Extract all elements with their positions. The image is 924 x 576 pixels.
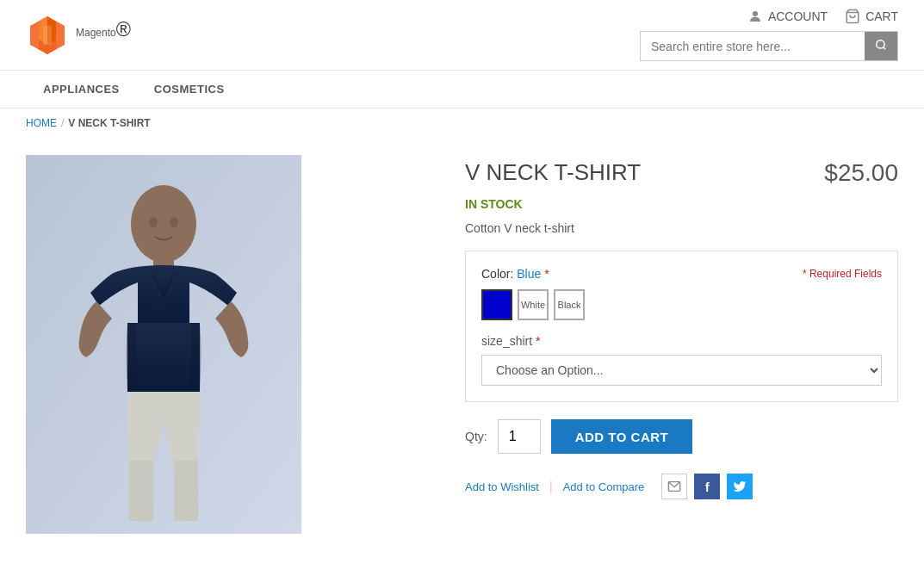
social-icons: f (661, 474, 753, 499)
add-to-wishlist-link[interactable]: Add to Wishlist (465, 480, 539, 493)
svg-text:T: T (157, 302, 161, 310)
size-section: size_shirt * Choose an Option... Small M… (481, 334, 882, 386)
size-label: size_shirt * (481, 334, 882, 348)
qty-label: Qty: (465, 430, 487, 443)
svg-rect-4 (43, 26, 52, 45)
add-to-cart-row: Qty: ADD TO CART (465, 415, 898, 454)
product-links: Add to Wishlist | Add to Compare f (465, 469, 898, 499)
color-option-header: Color: Blue * * Required Fields (481, 267, 882, 281)
cart-icon (845, 9, 860, 24)
twitter-share-icon[interactable] (727, 474, 753, 499)
stock-status: IN STOCK (465, 197, 898, 211)
header: Magento® ACCOUNT CART (0, 0, 924, 71)
svg-point-16 (170, 217, 178, 227)
color-selected-value: Blue (517, 267, 541, 281)
product-image-svg: T (26, 155, 301, 534)
breadcrumb: HOME / V NECK T-SHIRT (0, 108, 924, 138)
svg-point-5 (753, 11, 758, 16)
search-button[interactable] (865, 32, 897, 60)
size-required-mark: * (536, 334, 540, 348)
required-fields-label: * Required Fields (803, 268, 882, 280)
color-label: Color: (481, 267, 513, 281)
account-link[interactable]: ACCOUNT (747, 9, 828, 24)
options-box: Color: Blue * * Required Fields White Bl… (465, 251, 898, 402)
color-required-mark: * (544, 267, 549, 281)
svg-rect-13 (129, 461, 153, 521)
twitter-icon (733, 480, 747, 493)
search-icon (875, 39, 887, 51)
product-main-image: T (26, 155, 301, 534)
product-title: V NECK T-SHIRT (465, 159, 641, 186)
product-header: V NECK T-SHIRT $25.00 (465, 159, 898, 190)
account-label: ACCOUNT (768, 9, 828, 23)
header-actions: ACCOUNT CART (747, 9, 898, 24)
color-swatch-white-label: White (521, 300, 545, 310)
product-details: V NECK T-SHIRT $25.00 IN STOCK Cotton V … (465, 155, 898, 534)
breadcrumb-home[interactable]: HOME (26, 117, 57, 129)
color-swatch-blue[interactable] (481, 289, 512, 320)
header-right: ACCOUNT CART (640, 9, 898, 61)
magento-logo-icon (26, 14, 69, 57)
logo[interactable]: Magento® (26, 14, 131, 57)
link-separator: | (549, 480, 553, 493)
cart-link[interactable]: CART (845, 9, 898, 24)
add-to-cart-button[interactable]: ADD TO CART (551, 419, 693, 454)
color-swatch-black[interactable]: Black (554, 289, 585, 320)
facebook-icon-letter: f (705, 480, 710, 494)
color-section: Color: Blue * * Required Fields White Bl… (481, 267, 882, 320)
svg-rect-12 (127, 323, 200, 392)
product-page: T V NECK T-SHIRT $25.00 IN STOCK Cotton … (0, 138, 924, 551)
svg-rect-14 (174, 461, 198, 521)
size-select[interactable]: Choose an Option... Small Medium Large X… (481, 355, 882, 386)
color-swatch-white[interactable]: White (518, 289, 549, 320)
nav-item-cosmetics[interactable]: COSMETICS (137, 71, 242, 108)
color-swatches: White Black (481, 289, 882, 320)
search-bar (640, 31, 898, 61)
svg-point-7 (877, 40, 884, 48)
color-label-group: Color: Blue * (481, 267, 549, 281)
email-share-icon[interactable] (661, 474, 687, 499)
facebook-share-icon[interactable]: f (694, 474, 720, 499)
qty-input[interactable] (498, 419, 541, 454)
email-icon (667, 480, 681, 493)
cart-label: CART (865, 9, 898, 23)
svg-point-15 (149, 217, 158, 227)
breadcrumb-current: V NECK T-SHIRT (68, 117, 150, 129)
add-to-compare-link[interactable]: Add to Compare (563, 480, 645, 493)
logo-text: Magento® (76, 18, 131, 51)
color-swatch-black-label: Black (558, 300, 581, 310)
product-description: Cotton V neck t-shirt (465, 221, 898, 235)
nav-item-appliances[interactable]: APPLIANCES (26, 71, 137, 108)
product-price: $25.00 (824, 159, 898, 187)
product-image-area: T (26, 155, 439, 534)
account-icon (747, 9, 763, 24)
search-input[interactable] (641, 33, 865, 60)
breadcrumb-separator: / (61, 117, 64, 129)
svg-point-10 (131, 185, 196, 263)
main-nav: APPLIANCES COSMETICS (0, 71, 924, 108)
